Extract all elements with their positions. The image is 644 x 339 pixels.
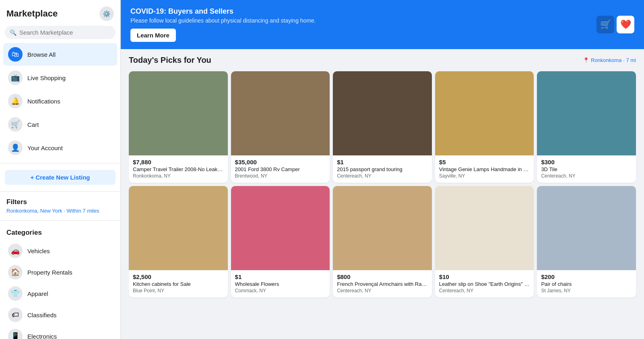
property-rentals-label: Property Rentals [27,269,72,276]
live-shopping-label: Live Shopping [27,74,66,81]
listing-location-8: Centereach, NY [439,288,530,294]
listing-image-9 [537,186,636,270]
sidebar: Marketplace ⚙️ 🔍 🛍 Browse All 📺 Live Sho… [0,0,121,339]
classifieds-icon: 🏷 [8,308,23,322]
electronics-label: Electronics [27,333,57,339]
listing-name-4: 3D Tile [541,166,632,172]
listing-card-5[interactable]: $2,500 Kitchen cabinets for Sale Blue Po… [129,186,228,298]
apparel-icon: 👕 [8,286,23,301]
content-area: Today's Picks for You 📍 Ronkonkoma · 7 m… [121,49,644,307]
listing-image-1 [231,71,330,155]
listing-card-2[interactable]: $1 2015 passport grand touring Centereac… [333,71,432,183]
listing-name-1: 2001 Ford 3800 Rv Camper [235,166,326,172]
cart-icon: 🛒 [8,117,23,132]
listing-location-0: Ronkonkoma, NY [133,173,224,179]
listing-location-6: Commack, NY [235,288,326,294]
divider-1 [0,163,120,163]
listing-image-4 [537,71,636,155]
cart-icon-box: 🛒 [597,16,614,33]
category-item-vehicles[interactable]: 🚗 Vehicles [3,240,117,261]
divider-2 [0,191,120,192]
listing-image-5 [129,186,228,270]
location-pin-icon: 📍 [583,57,589,63]
electronics-icon: 📱 [8,329,23,339]
listing-price-7: $800 [337,273,428,280]
location-text: Ronkonkoma · 7 mi [591,57,636,63]
listing-location-4: Centereach, NY [541,173,632,179]
listing-info-8: $10 Leather slip on Shoe "Earth Origins"… [435,270,534,298]
listing-location-7: Centereach, NY [337,288,428,294]
listing-location-3: Sayville, NY [439,173,530,179]
listing-image-6 [231,186,330,270]
sidebar-item-your-account[interactable]: 👤 Your Account [3,136,117,159]
your-account-label: Your Account [27,145,63,151]
main-content: COVID-19: Buyers and Sellers Please foll… [121,0,644,339]
search-input[interactable] [5,26,116,39]
listing-card-8[interactable]: $10 Leather slip on Shoe "Earth Origins"… [435,186,534,298]
create-listing-button[interactable]: + Create New Listing [5,170,116,185]
listing-name-7: French Provençal Armchairs with Ratan sw… [337,281,428,287]
filters-title: Filters [6,198,114,206]
filters-section: Filters Ronkonkoma, New York · Within 7 … [0,195,120,217]
listing-card-4[interactable]: $300 3D Tile Centereach, NY [537,71,636,183]
listing-card-7[interactable]: $800 French Provençal Armchairs with Rat… [333,186,432,298]
notifications-icon: 🔔 [8,94,23,108]
category-item-classifieds[interactable]: 🏷 Classifieds [3,304,117,325]
vehicles-icon: 🚗 [8,244,23,258]
search-box: 🔍 [5,26,116,39]
category-item-property-rentals[interactable]: 🏠 Property Rentals [3,262,117,283]
banner-text: COVID-19: Buyers and Sellers Please foll… [130,7,316,42]
heart-icon-box: ❤️ [617,16,634,33]
gear-button[interactable]: ⚙️ [99,6,114,21]
browse-all-label: Browse All [27,51,56,58]
learn-more-button[interactable]: Learn More [130,29,176,42]
sidebar-item-notifications[interactable]: 🔔 Notifications [3,90,117,112]
covid-banner: COVID-19: Buyers and Sellers Please foll… [121,0,644,49]
listing-location-5: Blue Point, NY [133,288,224,294]
listing-name-5: Kitchen cabinets for Sale [133,281,224,287]
listing-price-8: $10 [439,273,530,280]
divider-3 [0,220,120,221]
listing-name-2: 2015 passport grand touring [337,166,428,172]
listing-name-8: Leather slip on Shoe "Earth Origins" wom… [439,281,530,287]
listing-price-5: $2,500 [133,273,224,280]
listing-info-0: $7,880 Camper Travel Trailer 2008-No Lea… [129,155,228,183]
banner-icons: 🛒 ❤️ [597,16,634,33]
picks-header: Today's Picks for You 📍 Ronkonkoma · 7 m… [129,56,636,65]
sidebar-item-live-shopping[interactable]: 📺 Live Shopping [3,66,117,89]
search-icon: 🔍 [10,29,17,36]
listing-location-1: Brentwood, NY [235,173,326,179]
listing-info-5: $2,500 Kitchen cabinets for Sale Blue Po… [129,270,228,298]
listing-info-6: $1 Wholesale Flowers Commack, NY [231,270,330,298]
filters-location[interactable]: Ronkonkoma, New York · Within 7 miles [6,208,114,214]
category-item-electronics[interactable]: 📱 Electronics [3,326,117,339]
listing-price-2: $1 [337,159,428,165]
listing-info-2: $1 2015 passport grand touring Centereac… [333,155,432,183]
listing-name-3: Vintage Genie Lamps Handmade in Egypt. E… [439,166,530,172]
apparel-label: Apparel [27,290,48,297]
listing-info-4: $300 3D Tile Centereach, NY [537,155,636,183]
listing-info-1: $35,000 2001 Ford 3800 Rv Camper Brentwo… [231,155,330,183]
listing-name-6: Wholesale Flowers [235,281,326,287]
your-account-icon: 👤 [8,141,23,155]
listing-card-0[interactable]: $7,880 Camper Travel Trailer 2008-No Lea… [129,71,228,183]
categories-title: Categories [3,227,117,240]
categories-section: Categories 🚗 Vehicles 🏠 Property Rentals… [0,224,120,339]
property-rentals-icon: 🏠 [8,265,23,279]
picks-title: Today's Picks for You [129,56,211,65]
cart-label: Cart [27,121,39,128]
listing-info-3: $5 Vintage Genie Lamps Handmade in Egypt… [435,155,534,183]
listing-location-2: Centereach, NY [337,173,428,179]
sidebar-item-browse-all[interactable]: 🛍 Browse All [3,43,117,66]
listing-card-6[interactable]: $1 Wholesale Flowers Commack, NY [231,186,330,298]
category-item-apparel[interactable]: 👕 Apparel [3,283,117,304]
listing-card-3[interactable]: $5 Vintage Genie Lamps Handmade in Egypt… [435,71,534,183]
listing-card-9[interactable]: $200 Pair of chairs St James, NY [537,186,636,298]
sidebar-header: Marketplace ⚙️ [0,0,120,24]
listing-price-0: $7,880 [133,159,224,165]
listing-name-0: Camper Travel Trailer 2008-No Leaks-Very… [133,166,224,172]
listing-card-1[interactable]: $35,000 2001 Ford 3800 Rv Camper Brentwo… [231,71,330,183]
listing-name-9: Pair of chairs [541,281,632,287]
listing-image-7 [333,186,432,270]
sidebar-item-cart[interactable]: 🛒 Cart [3,113,117,136]
